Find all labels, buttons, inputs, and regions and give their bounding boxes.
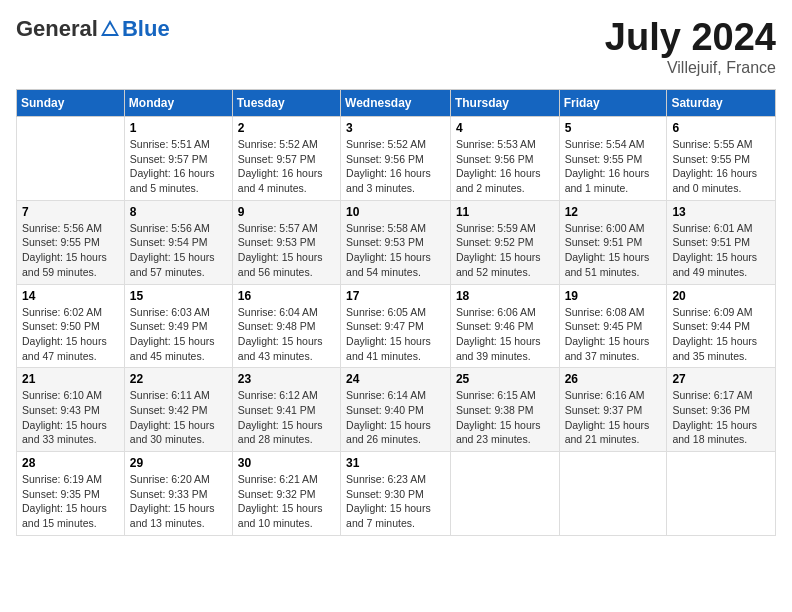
calendar-cell bbox=[17, 117, 125, 201]
calendar-cell: 11Sunrise: 5:59 AM Sunset: 9:52 PM Dayli… bbox=[450, 200, 559, 284]
calendar-cell: 2Sunrise: 5:52 AM Sunset: 9:57 PM Daylig… bbox=[232, 117, 340, 201]
calendar-cell: 4Sunrise: 5:53 AM Sunset: 9:56 PM Daylig… bbox=[450, 117, 559, 201]
weekday-header: Wednesday bbox=[341, 90, 451, 117]
day-info: Sunrise: 5:59 AM Sunset: 9:52 PM Dayligh… bbox=[456, 221, 554, 280]
day-number: 22 bbox=[130, 372, 227, 386]
month-title: July 2024 bbox=[605, 16, 776, 59]
calendar-cell: 10Sunrise: 5:58 AM Sunset: 9:53 PM Dayli… bbox=[341, 200, 451, 284]
calendar-cell: 18Sunrise: 6:06 AM Sunset: 9:46 PM Dayli… bbox=[450, 284, 559, 368]
day-number: 23 bbox=[238, 372, 335, 386]
calendar-cell: 3Sunrise: 5:52 AM Sunset: 9:56 PM Daylig… bbox=[341, 117, 451, 201]
day-info: Sunrise: 5:52 AM Sunset: 9:56 PM Dayligh… bbox=[346, 137, 445, 196]
weekday-header: Thursday bbox=[450, 90, 559, 117]
day-number: 24 bbox=[346, 372, 445, 386]
location-subtitle: Villejuif, France bbox=[605, 59, 776, 77]
day-info: Sunrise: 6:06 AM Sunset: 9:46 PM Dayligh… bbox=[456, 305, 554, 364]
calendar-cell: 21Sunrise: 6:10 AM Sunset: 9:43 PM Dayli… bbox=[17, 368, 125, 452]
calendar-cell: 15Sunrise: 6:03 AM Sunset: 9:49 PM Dayli… bbox=[124, 284, 232, 368]
day-number: 3 bbox=[346, 121, 445, 135]
day-info: Sunrise: 5:55 AM Sunset: 9:55 PM Dayligh… bbox=[672, 137, 770, 196]
day-number: 14 bbox=[22, 289, 119, 303]
calendar-cell: 8Sunrise: 5:56 AM Sunset: 9:54 PM Daylig… bbox=[124, 200, 232, 284]
calendar-cell: 1Sunrise: 5:51 AM Sunset: 9:57 PM Daylig… bbox=[124, 117, 232, 201]
calendar-cell bbox=[667, 452, 776, 536]
calendar-cell: 9Sunrise: 5:57 AM Sunset: 9:53 PM Daylig… bbox=[232, 200, 340, 284]
day-number: 15 bbox=[130, 289, 227, 303]
day-info: Sunrise: 6:20 AM Sunset: 9:33 PM Dayligh… bbox=[130, 472, 227, 531]
day-number: 26 bbox=[565, 372, 662, 386]
day-number: 28 bbox=[22, 456, 119, 470]
calendar-cell: 12Sunrise: 6:00 AM Sunset: 9:51 PM Dayli… bbox=[559, 200, 667, 284]
weekday-header-row: SundayMondayTuesdayWednesdayThursdayFrid… bbox=[17, 90, 776, 117]
logo: General Blue bbox=[16, 16, 170, 42]
calendar-cell: 29Sunrise: 6:20 AM Sunset: 9:33 PM Dayli… bbox=[124, 452, 232, 536]
calendar-cell: 31Sunrise: 6:23 AM Sunset: 9:30 PM Dayli… bbox=[341, 452, 451, 536]
day-info: Sunrise: 6:02 AM Sunset: 9:50 PM Dayligh… bbox=[22, 305, 119, 364]
day-info: Sunrise: 6:11 AM Sunset: 9:42 PM Dayligh… bbox=[130, 388, 227, 447]
weekday-header: Friday bbox=[559, 90, 667, 117]
day-number: 31 bbox=[346, 456, 445, 470]
calendar-cell: 20Sunrise: 6:09 AM Sunset: 9:44 PM Dayli… bbox=[667, 284, 776, 368]
day-number: 20 bbox=[672, 289, 770, 303]
calendar-cell bbox=[559, 452, 667, 536]
calendar-cell: 19Sunrise: 6:08 AM Sunset: 9:45 PM Dayli… bbox=[559, 284, 667, 368]
day-info: Sunrise: 5:51 AM Sunset: 9:57 PM Dayligh… bbox=[130, 137, 227, 196]
day-number: 9 bbox=[238, 205, 335, 219]
day-info: Sunrise: 5:56 AM Sunset: 9:54 PM Dayligh… bbox=[130, 221, 227, 280]
calendar-cell: 5Sunrise: 5:54 AM Sunset: 9:55 PM Daylig… bbox=[559, 117, 667, 201]
title-block: July 2024 Villejuif, France bbox=[605, 16, 776, 77]
day-number: 6 bbox=[672, 121, 770, 135]
day-info: Sunrise: 6:08 AM Sunset: 9:45 PM Dayligh… bbox=[565, 305, 662, 364]
calendar-cell: 17Sunrise: 6:05 AM Sunset: 9:47 PM Dayli… bbox=[341, 284, 451, 368]
day-info: Sunrise: 6:09 AM Sunset: 9:44 PM Dayligh… bbox=[672, 305, 770, 364]
calendar-week-row: 28Sunrise: 6:19 AM Sunset: 9:35 PM Dayli… bbox=[17, 452, 776, 536]
calendar-cell: 16Sunrise: 6:04 AM Sunset: 9:48 PM Dayli… bbox=[232, 284, 340, 368]
weekday-header: Saturday bbox=[667, 90, 776, 117]
logo-icon bbox=[99, 18, 121, 40]
day-info: Sunrise: 5:58 AM Sunset: 9:53 PM Dayligh… bbox=[346, 221, 445, 280]
day-info: Sunrise: 6:16 AM Sunset: 9:37 PM Dayligh… bbox=[565, 388, 662, 447]
day-number: 11 bbox=[456, 205, 554, 219]
day-info: Sunrise: 5:53 AM Sunset: 9:56 PM Dayligh… bbox=[456, 137, 554, 196]
day-number: 16 bbox=[238, 289, 335, 303]
calendar-cell: 26Sunrise: 6:16 AM Sunset: 9:37 PM Dayli… bbox=[559, 368, 667, 452]
day-info: Sunrise: 6:17 AM Sunset: 9:36 PM Dayligh… bbox=[672, 388, 770, 447]
calendar-cell: 27Sunrise: 6:17 AM Sunset: 9:36 PM Dayli… bbox=[667, 368, 776, 452]
calendar-cell: 23Sunrise: 6:12 AM Sunset: 9:41 PM Dayli… bbox=[232, 368, 340, 452]
calendar-week-row: 1Sunrise: 5:51 AM Sunset: 9:57 PM Daylig… bbox=[17, 117, 776, 201]
calendar-week-row: 7Sunrise: 5:56 AM Sunset: 9:55 PM Daylig… bbox=[17, 200, 776, 284]
calendar-week-row: 14Sunrise: 6:02 AM Sunset: 9:50 PM Dayli… bbox=[17, 284, 776, 368]
day-info: Sunrise: 6:04 AM Sunset: 9:48 PM Dayligh… bbox=[238, 305, 335, 364]
calendar-cell: 6Sunrise: 5:55 AM Sunset: 9:55 PM Daylig… bbox=[667, 117, 776, 201]
day-info: Sunrise: 5:52 AM Sunset: 9:57 PM Dayligh… bbox=[238, 137, 335, 196]
day-info: Sunrise: 6:10 AM Sunset: 9:43 PM Dayligh… bbox=[22, 388, 119, 447]
day-number: 17 bbox=[346, 289, 445, 303]
calendar-cell: 7Sunrise: 5:56 AM Sunset: 9:55 PM Daylig… bbox=[17, 200, 125, 284]
day-number: 4 bbox=[456, 121, 554, 135]
day-number: 18 bbox=[456, 289, 554, 303]
day-number: 13 bbox=[672, 205, 770, 219]
calendar-cell: 22Sunrise: 6:11 AM Sunset: 9:42 PM Dayli… bbox=[124, 368, 232, 452]
day-info: Sunrise: 6:12 AM Sunset: 9:41 PM Dayligh… bbox=[238, 388, 335, 447]
day-number: 7 bbox=[22, 205, 119, 219]
day-info: Sunrise: 6:05 AM Sunset: 9:47 PM Dayligh… bbox=[346, 305, 445, 364]
day-info: Sunrise: 6:15 AM Sunset: 9:38 PM Dayligh… bbox=[456, 388, 554, 447]
day-number: 27 bbox=[672, 372, 770, 386]
weekday-header: Sunday bbox=[17, 90, 125, 117]
day-number: 10 bbox=[346, 205, 445, 219]
day-info: Sunrise: 6:00 AM Sunset: 9:51 PM Dayligh… bbox=[565, 221, 662, 280]
day-info: Sunrise: 5:57 AM Sunset: 9:53 PM Dayligh… bbox=[238, 221, 335, 280]
calendar-cell: 28Sunrise: 6:19 AM Sunset: 9:35 PM Dayli… bbox=[17, 452, 125, 536]
day-info: Sunrise: 6:03 AM Sunset: 9:49 PM Dayligh… bbox=[130, 305, 227, 364]
day-number: 5 bbox=[565, 121, 662, 135]
weekday-header: Tuesday bbox=[232, 90, 340, 117]
logo-blue-text: Blue bbox=[122, 16, 170, 42]
day-number: 29 bbox=[130, 456, 227, 470]
calendar-cell: 14Sunrise: 6:02 AM Sunset: 9:50 PM Dayli… bbox=[17, 284, 125, 368]
day-number: 21 bbox=[22, 372, 119, 386]
day-number: 25 bbox=[456, 372, 554, 386]
page-header: General Blue July 2024 Villejuif, France bbox=[16, 16, 776, 77]
day-info: Sunrise: 6:23 AM Sunset: 9:30 PM Dayligh… bbox=[346, 472, 445, 531]
calendar-week-row: 21Sunrise: 6:10 AM Sunset: 9:43 PM Dayli… bbox=[17, 368, 776, 452]
day-info: Sunrise: 6:19 AM Sunset: 9:35 PM Dayligh… bbox=[22, 472, 119, 531]
